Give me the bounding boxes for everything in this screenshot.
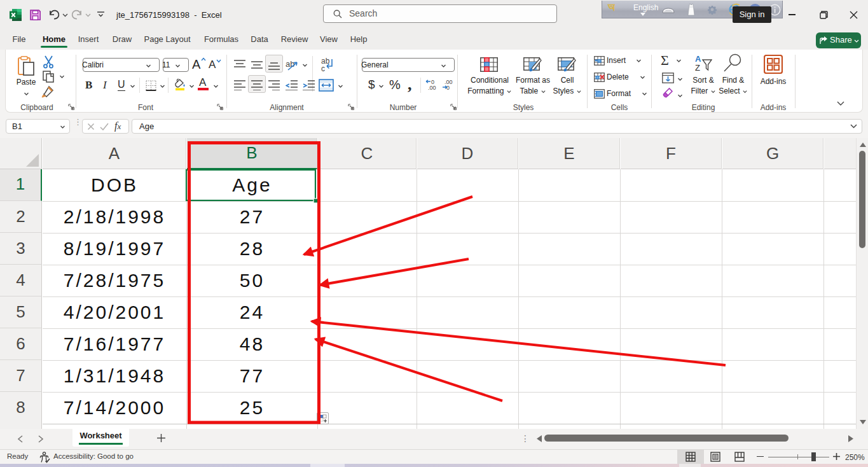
svg-text:.00: .00: [428, 85, 436, 90]
svg-text:Z: Z: [695, 63, 700, 71]
svg-text:c: c: [321, 64, 325, 73]
svg-text:A: A: [695, 55, 701, 64]
svg-text:ab: ab: [286, 59, 294, 69]
